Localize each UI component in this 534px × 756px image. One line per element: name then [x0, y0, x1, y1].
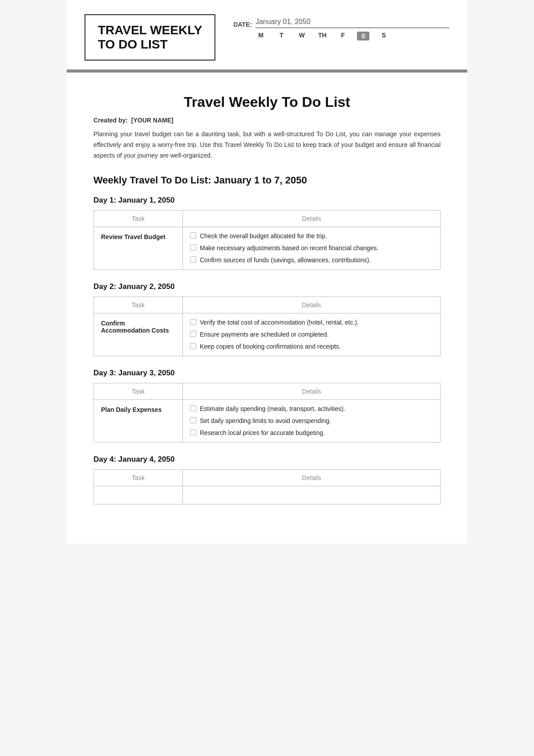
col-task-4: Task — [94, 469, 183, 486]
task-name-2: ConfirmAccommodation Costs — [94, 313, 183, 356]
checkbox-icon[interactable] — [190, 417, 196, 423]
header-title: TRAVEL WEEKLY TO DO LIST — [98, 23, 202, 52]
checkbox-icon[interactable] — [190, 429, 196, 435]
task-name-4 — [94, 486, 183, 504]
detail-item: Confirm sources of funds (savings, allow… — [190, 256, 433, 265]
day-2-section: Day 2: January 2, 2050 Task Details Conf… — [93, 282, 441, 356]
page: TRAVEL WEEKLY TO DO LIST DATE: January 0… — [67, 0, 467, 544]
day-2-heading: Day 2: January 2, 2050 — [93, 282, 441, 291]
checkbox-icon[interactable] — [190, 232, 196, 239]
day-1-section: Day 1: January 1, 2050 Task Details Revi… — [93, 196, 441, 270]
detail-item: Research local prices for accurate budge… — [190, 428, 433, 438]
created-by-label: Created by: — [93, 117, 128, 124]
col-task-1: Task — [94, 210, 183, 227]
checkbox-icon[interactable] — [190, 405, 196, 411]
date-line: January 01, 2050 — [255, 19, 449, 28]
detail-text: Keep copies of booking confirmations and… — [200, 342, 341, 351]
day-TH: TH — [316, 32, 328, 41]
created-by-value: [YOUR NAME] — [131, 117, 174, 124]
day-S1: S — [357, 32, 369, 41]
day-4-heading: Day 4: January 4, 2050 — [93, 455, 441, 464]
day-2-table: Task Details ConfirmAccommodation Costs … — [93, 297, 441, 356]
table-row: Plan Daily Expenses Estimate daily spend… — [94, 399, 441, 442]
header-divider — [67, 69, 467, 73]
doc-title: Travel Weekly To Do List — [93, 94, 441, 110]
col-task-3: Task — [94, 383, 183, 399]
col-task-2: Task — [94, 297, 183, 313]
day-3-heading: Day 3: January 3, 2050 — [93, 369, 441, 378]
checkbox-icon[interactable] — [190, 343, 196, 349]
day-M: M — [255, 32, 267, 41]
detail-item: Set daily spending limits to avoid overs… — [190, 416, 433, 426]
detail-text: Check the overall budget allocated for t… — [200, 232, 327, 241]
col-details-1: Details — [183, 210, 441, 227]
day-S2: S — [377, 32, 390, 41]
day-1-table: Task Details Review Travel Budget Check … — [93, 210, 441, 270]
checkbox-icon[interactable] — [190, 244, 196, 251]
day-4-section: Day 4: January 4, 2050 Task Details — [93, 455, 441, 504]
col-details-2: Details — [183, 297, 441, 313]
detail-text: Make necessary adjustments based on rece… — [200, 244, 379, 253]
title-line1: TRAVEL WEEKLY — [98, 23, 202, 37]
detail-item: Keep copies of booking confirmations and… — [190, 342, 433, 351]
day-F: F — [336, 32, 349, 41]
header-date-section: DATE: January 01, 2050 M T W TH F S S — [233, 14, 449, 41]
detail-item: Check the overall budget allocated for t… — [190, 232, 433, 241]
task-details-2: Verify the total cost of accommodation (… — [183, 313, 441, 356]
checkbox-icon[interactable] — [190, 319, 196, 325]
header: TRAVEL WEEKLY TO DO LIST DATE: January 0… — [67, 0, 467, 61]
days-row: M T W TH F S S — [233, 32, 449, 41]
date-value: January 01, 2050 — [255, 18, 311, 25]
table-row: ConfirmAccommodation Costs Verify the to… — [94, 313, 441, 356]
detail-item: Estimate daily spending (meals, transpor… — [190, 404, 433, 414]
detail-text: Research local prices for accurate budge… — [200, 428, 325, 438]
task-details-1: Check the overall budget allocated for t… — [183, 227, 441, 269]
detail-text: Ensure payments are scheduled or complet… — [200, 330, 329, 339]
task-details-4 — [183, 486, 441, 504]
date-row: DATE: January 01, 2050 — [233, 19, 449, 28]
day-4-table: Task Details — [93, 469, 441, 504]
task-name-1: Review Travel Budget — [94, 227, 183, 269]
detail-item: Verify the total cost of accommodation (… — [190, 318, 433, 327]
checkbox-icon[interactable] — [190, 256, 196, 263]
task-details-3: Estimate daily spending (meals, transpor… — [183, 399, 441, 442]
day-3-table: Task Details Plan Daily Expenses Estimat… — [93, 383, 441, 443]
title-line2: TO DO LIST — [98, 37, 168, 51]
col-details-3: Details — [183, 383, 441, 399]
detail-item: Ensure payments are scheduled or complet… — [190, 330, 433, 339]
day-T: T — [275, 32, 287, 41]
header-title-box: TRAVEL WEEKLY TO DO LIST — [85, 14, 215, 61]
table-row: Review Travel Budget Check the overall b… — [94, 227, 441, 269]
week-heading: Weekly Travel To Do List: January 1 to 7… — [93, 175, 441, 186]
detail-text: Confirm sources of funds (savings, allow… — [200, 256, 371, 265]
day-W: W — [295, 32, 308, 41]
checkbox-icon[interactable] — [190, 331, 196, 337]
detail-text: Set daily spending limits to avoid overs… — [200, 416, 331, 426]
detail-item: Make necessary adjustments based on rece… — [190, 244, 433, 253]
table-row — [94, 486, 441, 504]
day-1-heading: Day 1: January 1, 2050 — [93, 196, 441, 205]
intro-text: Planning your travel budget can be a dau… — [93, 129, 441, 161]
task-name-3: Plan Daily Expenses — [94, 399, 183, 442]
detail-text: Estimate daily spending (meals, transpor… — [200, 404, 345, 414]
col-details-4: Details — [183, 469, 441, 486]
day-3-section: Day 3: January 3, 2050 Task Details Plan… — [93, 369, 441, 443]
date-label: DATE: — [233, 21, 252, 28]
main-content: Travel Weekly To Do List Created by: [YO… — [67, 73, 467, 543]
detail-text: Verify the total cost of accommodation (… — [200, 318, 359, 327]
created-by: Created by: [YOUR NAME] — [93, 117, 441, 124]
